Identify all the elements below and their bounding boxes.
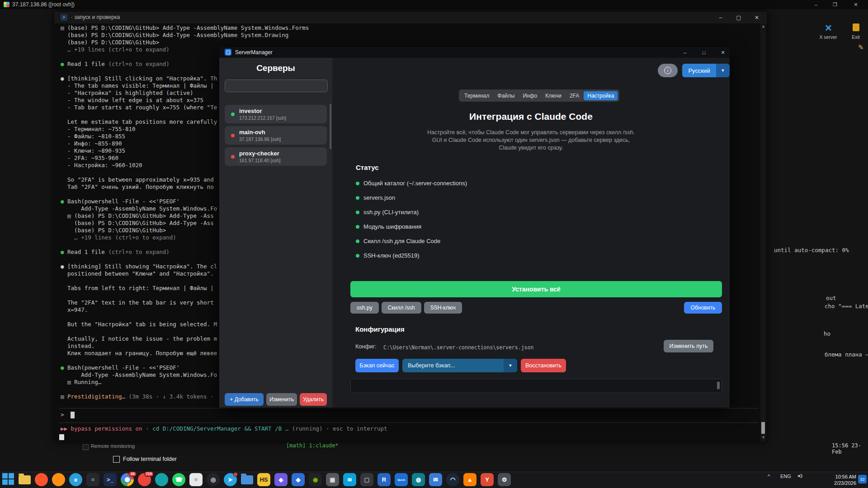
tab-2fa[interactable]: 2FA [566,91,583,100]
scrollbar-down-icon[interactable]: ▼ [761,435,765,440]
whatsapp-icon[interactable]: ☎ [172,473,185,486]
server-card[interactable]: investor173.212.212.157 [ssh] [225,105,327,123]
chrome-icon[interactable]: 26 [121,473,134,486]
teal-app-icon[interactable] [155,473,168,486]
integration-subtitle-line: Claude увидит его сразу. [332,145,730,151]
install-all-button[interactable]: Установить всё [350,281,722,297]
volume-icon[interactable]: ◄)) [797,474,802,478]
mobaxterm-close-button[interactable]: ✕ [847,0,864,9]
scrollbar-thumb[interactable] [761,422,765,434]
servermanager-close-button[interactable]: ✕ [714,47,731,58]
hs-icon[interactable]: HS [257,473,270,486]
server-search-input[interactable] [225,80,328,92]
tray-chevron-icon[interactable]: ^ [768,474,770,479]
follow-terminal-label: Follow terminal folder [123,456,177,462]
server-card[interactable]: main-ovh37.187.136.86 [ssh] [225,126,327,145]
tab-файлы[interactable]: Файлы [494,91,518,100]
terminal-scrollbar[interactable] [760,23,766,441]
servermanager-minimize-button[interactable]: – [676,47,693,58]
remote-monitoring-checkbox[interactable] [83,444,89,450]
teal2-app-icon[interactable]: ◍ [412,473,425,486]
tab-терминал[interactable]: Терминал [461,91,493,100]
language-dropdown[interactable]: Русский ▼ [682,64,730,77]
servermanager-app-icon [225,49,231,56]
integration-heading: Интеграция с Claude Code [332,111,730,122]
terminal-cursor[interactable] [71,412,75,418]
obs-icon[interactable]: ◎ [207,473,220,486]
start-button[interactable] [2,473,14,485]
vlc-icon[interactable]: ▲ [463,473,476,486]
pencil-icon[interactable]: ✎ [858,43,864,52]
terminal-titlebar[interactable] [54,12,767,23]
component-button[interactable]: SSH-ключ [424,302,462,314]
tab-инфо[interactable]: Инфо [519,91,541,100]
scrollbar-up-icon[interactable]: ▲ [761,24,765,28]
gray-app-icon[interactable]: ▣ [326,473,339,486]
info-button[interactable]: i [658,64,678,77]
x-server-icon[interactable]: ✕ [825,23,832,33]
terminal-text-segment: - The window left edge is at about x=375 [61,97,203,103]
add-server-button[interactable]: + Добавить [225,393,264,406]
backup-select[interactable]: Выберите бэкап... ▼ [402,359,517,372]
terminal-text-segment: Клик попадает на границу. Попробую ещё л… [61,350,217,357]
tab-ключи[interactable]: Ключи [542,91,565,100]
follow-terminal-checkbox[interactable] [113,456,120,463]
terminal-maximize-button[interactable]: ▢ [730,12,748,23]
log-scrollbar-thumb[interactable] [717,382,720,389]
backup-now-button[interactable]: Бэкап сейчас [355,359,399,372]
status-item-label: Скилл /ssh для Claude Code [363,238,440,244]
tray-language[interactable]: ENG [780,474,791,479]
servermanager-titlebar[interactable] [219,47,730,58]
steam-icon[interactable]: ◠ [446,473,459,486]
mail-app-icon[interactable]: ✉ [429,473,442,486]
server-name: proxy-checker [239,150,279,157]
r-app-icon[interactable]: R [377,473,391,486]
settings-app-icon[interactable]: ⚙ [498,473,511,486]
exit-icon[interactable] [853,23,859,31]
notepad-icon[interactable]: ≡ [189,473,203,486]
terminal-tab-title[interactable]: · запуск и проверка [71,14,120,20]
mobaxterm-maximize-button[interactable]: ❐ [826,0,844,9]
notification-count-badge[interactable]: 32 [858,475,867,483]
terminal-minimize-button[interactable]: – [712,12,730,23]
terminal-line: ▤ (base) PS D:\CODING\GitHub> Add-Type -… [61,24,757,32]
tab-настройка[interactable]: Настройка [584,91,618,100]
blue-app-icon-glyph: ◆ [296,476,301,483]
terminal-close-button[interactable]: ✕ [748,12,766,23]
nvidia-icon[interactable]: ◉ [309,473,322,486]
component-button[interactable]: Скилл /ssh [382,302,421,314]
restore-button[interactable]: Восстановить [521,359,566,372]
component-button[interactable]: ssh.py [350,302,379,314]
status-segment: · [142,425,153,432]
servermanager-maximize-button[interactable]: □ [695,47,712,58]
telegram-icon[interactable]: ➤ [224,473,237,486]
refresh-button[interactable]: Обновить [684,302,722,314]
status-ok-dot [356,182,359,185]
purple-app-icon[interactable]: ◈ [274,473,288,486]
mobaxterm-minimize-button[interactable]: – [807,0,825,9]
powershell-icon[interactable]: >_ [104,473,117,486]
file-explorer-icon[interactable] [19,475,31,484]
anydesk-icon[interactable]: 715 [138,473,151,486]
tray-clock[interactable]: 10:56 AM 2/23/2026 [819,474,856,486]
firefox-icon[interactable] [52,473,65,486]
telegram-icon-glyph: ➤ [228,476,233,483]
server-card[interactable]: proxy-checker161.97.118.40 [ssh] [225,147,327,166]
terminal-status-line: ▶▶ bypass permissions on · cd D:/CODING/… [61,425,387,432]
gray-app-icon-glyph: ▣ [330,476,335,483]
quick-assist-icon[interactable]: Quick [395,473,408,486]
git-app-icon[interactable]: Y [481,473,494,486]
delete-server-button[interactable]: Удалить [300,393,327,406]
change-path-button[interactable]: Изменить путь [664,340,713,352]
edge-icon[interactable]: e [69,473,82,486]
server-list-scrollbar[interactable] [330,104,331,149]
dark-app-icon[interactable]: ▢ [360,473,373,486]
blue-app-icon[interactable]: ◆ [292,473,305,486]
edit-server-button[interactable]: Изменить [266,393,297,406]
brave-icon[interactable] [35,473,48,486]
terminal-text-segment: Add-Type -AssemblyName System.Windows.Fo [61,205,217,212]
folder-blue-icon[interactable] [241,475,253,484]
ide-dark-icon[interactable]: ≡ [86,473,99,486]
server-name: investor [239,108,262,114]
docker-icon[interactable]: ≋ [343,473,356,486]
